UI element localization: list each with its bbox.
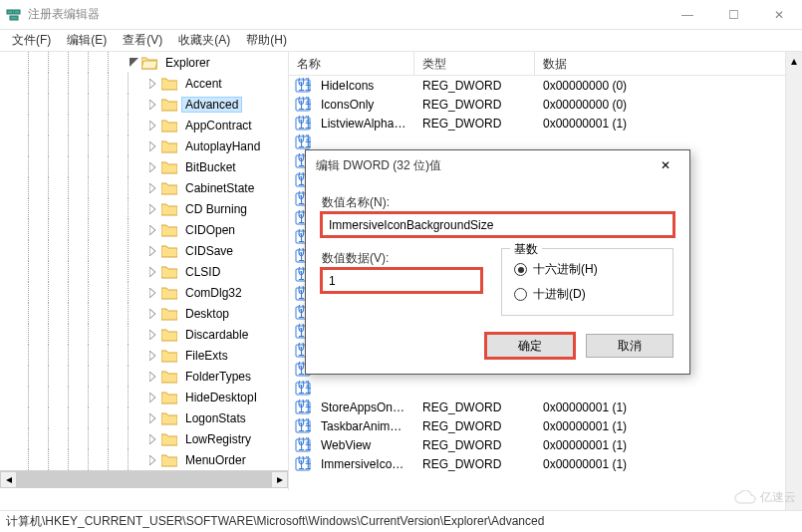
svg-text:110: 110: [298, 136, 311, 150]
list-row[interactable]: 011110ImmersiveIcon...REG_DWORD0x0000000…: [289, 454, 802, 473]
list-row[interactable]: 011110IconsOnlyREG_DWORD0x00000000 (0): [289, 95, 802, 114]
value-name-input[interactable]: [322, 213, 673, 236]
tree-node[interactable]: LowRegistry: [0, 428, 288, 449]
scroll-left-arrow-icon[interactable]: ◂: [0, 471, 17, 488]
expand-icon[interactable]: [147, 308, 159, 320]
tree-panel: ExplorerAccentAdvancedAppContractAutopla…: [0, 52, 289, 490]
folder-closed-icon: [161, 181, 177, 195]
tree-node[interactable]: CIDOpen: [0, 219, 288, 240]
close-button[interactable]: ✕: [756, 0, 802, 30]
svg-text:110: 110: [298, 118, 311, 132]
list-row[interactable]: 011110HideIconsREG_DWORD0x00000000 (0): [289, 76, 802, 95]
tree-node[interactable]: AutoplayHand: [0, 135, 288, 156]
list-row[interactable]: 011110StoreAppsOnT...REG_DWORD0x00000001…: [289, 398, 802, 416]
dialog-title-bar[interactable]: 编辑 DWORD (32 位)值 ✕: [306, 150, 689, 180]
dialog-title: 编辑 DWORD (32 位)值: [316, 157, 652, 174]
svg-rect-0: [7, 10, 13, 14]
scroll-up-arrow-icon[interactable]: ▴: [786, 52, 802, 69]
tree-node[interactable]: Discardable: [0, 324, 288, 345]
menu-favorites[interactable]: 收藏夹(A): [170, 30, 238, 51]
expand-icon[interactable]: [147, 371, 159, 383]
folder-closed-icon: [161, 286, 177, 300]
tree-node[interactable]: HideDesktopI: [0, 387, 288, 407]
maximize-button[interactable]: ☐: [710, 0, 756, 30]
list-row[interactable]: 011110ListviewAlphaS...REG_DWORD0x000000…: [289, 114, 802, 133]
folder-closed-icon: [161, 119, 177, 133]
watermark: 亿速云: [734, 489, 796, 506]
expand-icon[interactable]: [147, 266, 159, 278]
menu-help[interactable]: 帮助(H): [238, 30, 295, 51]
folder-closed-icon: [161, 265, 177, 279]
tree-horizontal-scrollbar[interactable]: ◂ ▸: [0, 470, 288, 487]
expand-icon[interactable]: [147, 454, 159, 466]
scroll-thumb[interactable]: [17, 471, 271, 488]
expand-icon[interactable]: [147, 350, 159, 362]
tree-view[interactable]: ExplorerAccentAdvancedAppContractAutopla…: [0, 52, 288, 470]
expand-icon[interactable]: [147, 99, 159, 111]
expand-icon[interactable]: [147, 140, 159, 152]
tree-node[interactable]: CLSID: [0, 261, 288, 282]
dialog-close-button[interactable]: ✕: [652, 151, 679, 179]
tree-node[interactable]: CD Burning: [0, 198, 288, 219]
minimize-button[interactable]: —: [665, 0, 710, 30]
menu-file[interactable]: 文件(F): [4, 30, 59, 51]
radix-hex-radio[interactable]: 十六进制(H): [514, 257, 661, 282]
folder-closed-icon: [161, 453, 177, 467]
tree-node[interactable]: AppContract: [0, 115, 288, 135]
cancel-button[interactable]: 取消: [586, 334, 673, 358]
menu-edit[interactable]: 编辑(E): [59, 30, 115, 51]
column-data[interactable]: 数据: [535, 52, 802, 75]
vertical-scrollbar[interactable]: ▴: [785, 52, 802, 510]
app-icon: [6, 7, 22, 23]
expand-icon[interactable]: [147, 433, 159, 445]
expand-icon[interactable]: [147, 392, 159, 403]
tree-node[interactable]: MenuOrder: [0, 449, 288, 470]
expand-icon[interactable]: [147, 245, 159, 257]
expand-icon[interactable]: [147, 78, 159, 90]
expand-icon[interactable]: [147, 182, 159, 194]
expand-icon[interactable]: [147, 287, 159, 299]
dword-icon: 011110: [295, 437, 311, 453]
value-name-label: 数值名称(N):: [322, 194, 673, 211]
tree-node[interactable]: Accent: [0, 73, 288, 94]
expand-icon[interactable]: [147, 203, 159, 215]
tree-node[interactable]: ComDlg32: [0, 282, 288, 303]
column-name[interactable]: 名称: [289, 52, 414, 75]
radix-legend: 基数: [510, 241, 542, 258]
folder-closed-icon: [161, 77, 177, 91]
ok-button[interactable]: 确定: [486, 334, 574, 358]
scroll-right-arrow-icon[interactable]: ▸: [271, 471, 288, 488]
radio-unchecked-icon: [514, 288, 527, 301]
dword-icon: 011110: [295, 78, 311, 94]
tree-node[interactable]: BitBucket: [0, 156, 288, 177]
tree-node[interactable]: LogonStats: [0, 407, 288, 428]
list-row[interactable]: 011110WebViewREG_DWORD0x00000001 (1): [289, 435, 802, 454]
tree-node[interactable]: FileExts: [0, 345, 288, 366]
value-data-input[interactable]: [322, 269, 481, 292]
tree-node[interactable]: Desktop: [0, 303, 288, 324]
tree-node[interactable]: CIDSave: [0, 240, 288, 261]
edit-dword-dialog: 编辑 DWORD (32 位)值 ✕ 数值名称(N): 数值数据(V): 基数 …: [305, 149, 690, 375]
folder-closed-icon: [161, 349, 177, 363]
expand-icon[interactable]: [147, 224, 159, 236]
expand-icon[interactable]: [147, 329, 159, 341]
list-row[interactable]: 011110: [289, 379, 802, 398]
folder-closed-icon: [161, 391, 177, 404]
menu-view[interactable]: 查看(V): [115, 30, 170, 51]
tree-node[interactable]: FolderTypes: [0, 366, 288, 387]
folder-closed-icon: [161, 328, 177, 342]
collapse-icon[interactable]: [128, 57, 139, 69]
column-type[interactable]: 类型: [414, 52, 535, 75]
list-row[interactable]: 011110TaskbarAnimat...REG_DWORD0x0000000…: [289, 416, 802, 435]
tree-node[interactable]: Advanced: [0, 94, 288, 115]
status-path: 计算机\HKEY_CURRENT_USER\SOFTWARE\Microsoft…: [6, 513, 544, 530]
tree-node-explorer[interactable]: Explorer: [0, 52, 288, 73]
tree-node[interactable]: CabinetState: [0, 177, 288, 198]
expand-icon[interactable]: [147, 161, 159, 173]
menu-bar: 文件(F) 编辑(E) 查看(V) 收藏夹(A) 帮助(H): [0, 30, 802, 52]
title-bar: 注册表编辑器 — ☐ ✕: [0, 0, 802, 30]
radix-dec-radio[interactable]: 十进制(D): [514, 282, 661, 307]
expand-icon[interactable]: [147, 412, 159, 424]
expand-icon[interactable]: [147, 120, 159, 132]
svg-text:110: 110: [298, 383, 311, 397]
